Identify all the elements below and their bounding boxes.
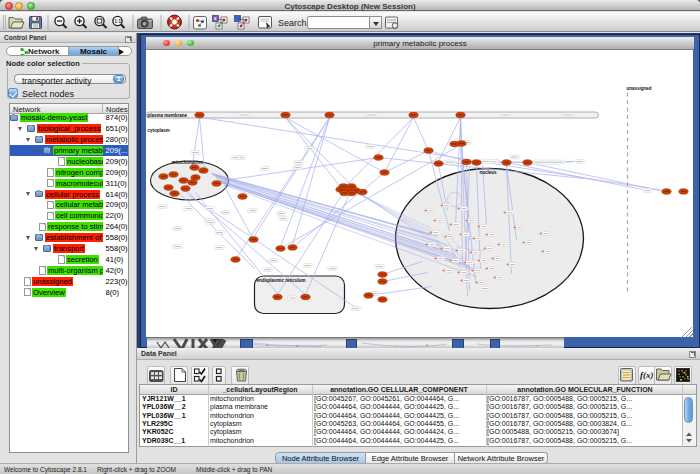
svg-text:f(x): f(x) (640, 370, 654, 380)
svg-text:nucleus: nucleus (480, 170, 498, 175)
svg-text:1:1: 1:1 (115, 19, 122, 24)
svg-text:unassigned: unassigned (627, 86, 652, 91)
svg-text:endoplasmic reticulum: endoplasmic reticulum (257, 278, 306, 283)
svg-text:plasma membrane: plasma membrane (148, 113, 188, 118)
svg-text:mitochondrion: mitochondrion (172, 160, 204, 165)
svg-text:cytoplasm: cytoplasm (148, 128, 170, 133)
